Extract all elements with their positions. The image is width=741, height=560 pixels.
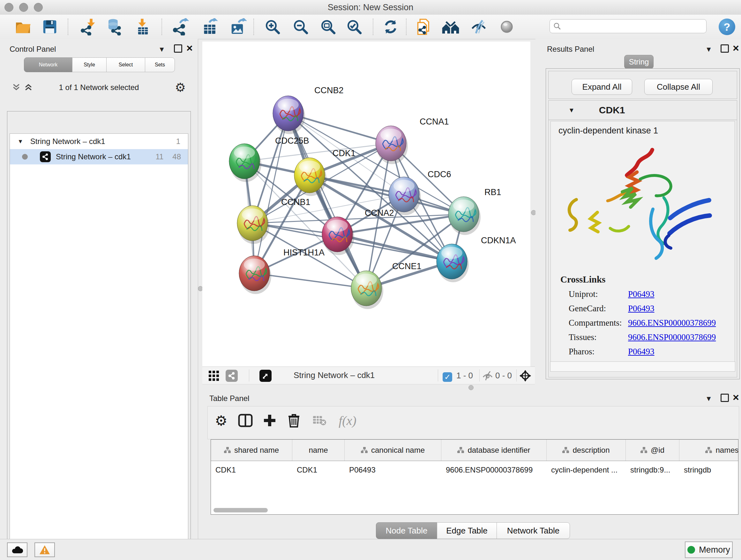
- fit-selected-button[interactable]: [519, 369, 532, 382]
- column-header-description[interactable]: description: [547, 440, 626, 461]
- column-header-canonical-name[interactable]: canonical name: [345, 440, 441, 461]
- documents-share-icon: [415, 18, 432, 36]
- network-row-selected[interactable]: String Network – cdk1 11 48: [10, 149, 188, 165]
- column-header-namespace[interactable]: namespace: [679, 440, 738, 461]
- zoom-in-icon: [264, 18, 281, 35]
- panel-menu-icon[interactable]: ▼: [705, 46, 712, 53]
- help-button[interactable]: ?: [719, 18, 735, 35]
- tab-select[interactable]: Select: [106, 57, 145, 72]
- column-label: namespace: [716, 446, 738, 455]
- show-column-button[interactable]: [237, 412, 254, 429]
- table-horizontal-scrollbar[interactable]: [213, 508, 268, 512]
- column-header-name[interactable]: name: [292, 440, 345, 461]
- tab-edge-table[interactable]: Edge Table: [437, 522, 497, 539]
- edge-CCNA2-CDKN1A[interactable]: [337, 234, 452, 261]
- import-table-button[interactable]: [134, 18, 152, 36]
- crosslink-label: GeneCard:: [569, 304, 628, 314]
- graphics-details-button[interactable]: [498, 18, 516, 36]
- tab-sets[interactable]: Sets: [145, 57, 175, 72]
- float-panel-icon[interactable]: [721, 44, 729, 53]
- node-label-CCNA1: CCNA1: [420, 117, 449, 126]
- import-network-database-button[interactable]: [105, 18, 123, 36]
- function-builder-button[interactable]: f(x): [335, 412, 360, 429]
- node-label-CDC25B: CDC25B: [275, 136, 309, 145]
- crosslink-row: Tissues:9606.ENSP00000378699: [569, 332, 735, 342]
- collapse-triangle-icon[interactable]: ▼: [17, 138, 23, 145]
- network-graph: CCNB2CCNA1CDC25BCDK1CDC6RB1CCNB1CCNA2HIS…: [202, 42, 530, 367]
- import-network-file-button[interactable]: [80, 18, 98, 36]
- crosslink-value[interactable]: P06493: [628, 304, 655, 314]
- table-settings-gear-icon[interactable]: ⚙: [212, 412, 230, 429]
- close-panel-icon[interactable]: ×: [733, 394, 739, 400]
- column-header-shared-name[interactable]: shared name: [211, 440, 292, 461]
- memory-status-dot: [687, 546, 695, 554]
- zoom-in-button[interactable]: [264, 18, 281, 36]
- gene-section-header[interactable]: ▼ CDK1: [549, 101, 737, 120]
- network-canvas[interactable]: CCNB2CCNA1CDC25BCDK1CDC6RB1CCNB1CCNA2HIS…: [202, 42, 530, 367]
- delete-table-button[interactable]: [311, 412, 328, 429]
- collapse-all-button[interactable]: Collapse All: [644, 79, 713, 95]
- column-label: shared name: [234, 446, 279, 455]
- column-label: @id: [651, 446, 664, 455]
- warning-status-button[interactable]: [35, 543, 55, 557]
- zoom-selected-button[interactable]: [345, 18, 363, 36]
- save-session-button[interactable]: [41, 18, 59, 36]
- tab-string[interactable]: String: [624, 55, 654, 69]
- float-panel-icon[interactable]: [721, 394, 729, 402]
- hidden-toggle[interactable]: [481, 369, 494, 382]
- network-collection-row[interactable]: ▼ String Network – cdk1 1: [10, 134, 188, 149]
- selected-checkbox[interactable]: ✓: [441, 371, 454, 383]
- column-header-database-identifier[interactable]: database identifier: [441, 440, 547, 461]
- tab-node-table[interactable]: Node Table: [376, 522, 437, 539]
- hide-selected-button[interactable]: [470, 18, 488, 36]
- column-header-@id[interactable]: @id: [626, 440, 679, 461]
- collapse-triangle-icon[interactable]: ▼: [568, 107, 575, 114]
- cloud-status-button[interactable]: [7, 543, 27, 557]
- goto-network-button[interactable]: [259, 369, 272, 382]
- crosslink-value[interactable]: 9606.ENSP00000378699: [628, 332, 716, 342]
- export-network-icon: [172, 18, 189, 36]
- add-column-button[interactable]: [261, 412, 279, 429]
- table-toolbar: ⚙ f(x): [207, 406, 739, 439]
- zoom-fit-icon: [320, 18, 336, 35]
- tab-style[interactable]: Style: [72, 57, 107, 72]
- tab-network-table[interactable]: Network Table: [496, 522, 570, 539]
- table-cell: P06493: [345, 465, 441, 475]
- close-panel-icon[interactable]: ×: [733, 45, 739, 51]
- search-input[interactable]: [564, 21, 702, 31]
- float-panel-icon[interactable]: [174, 44, 182, 53]
- table-cell: cyclin-dependent ...: [547, 465, 626, 475]
- control-panel: Control Panel ▼ × Network Style Select S…: [0, 39, 198, 539]
- string-network-icon: [40, 151, 51, 162]
- crosslink-label: Compartments:: [569, 318, 628, 328]
- horizontal-splitter-handle[interactable]: [468, 385, 474, 390]
- zoom-out-button[interactable]: [292, 18, 310, 36]
- apply-layout-button[interactable]: [382, 18, 400, 36]
- columns-icon: [238, 414, 253, 427]
- export-network-button[interactable]: [172, 18, 190, 36]
- crosslink-value[interactable]: 9606.ENSP00000378699: [628, 318, 716, 328]
- node-label-CCNB1: CCNB1: [281, 197, 311, 207]
- tab-network[interactable]: Network: [24, 57, 72, 72]
- zoom-fit-button[interactable]: [319, 18, 337, 36]
- panel-menu-icon[interactable]: ▼: [158, 46, 165, 53]
- network-view-toolbar: String Network – cdk1 ✓ 1 - 0 0 - 0: [202, 367, 535, 384]
- first-neighbors-button[interactable]: [442, 18, 460, 36]
- export-table-button[interactable]: [201, 18, 219, 36]
- open-session-button[interactable]: [14, 18, 32, 36]
- delete-column-button[interactable]: [285, 412, 303, 429]
- results-horizontal-scrollbar[interactable]: [550, 361, 735, 372]
- network-name: String Network – cdk1: [56, 152, 131, 161]
- birds-eye-view-button[interactable]: [207, 369, 220, 382]
- network-options-gear-icon[interactable]: ⚙: [175, 80, 186, 95]
- duplicate-page-button[interactable]: [415, 18, 433, 36]
- string-style-button[interactable]: [225, 369, 238, 382]
- close-panel-icon[interactable]: ×: [186, 45, 193, 51]
- panel-menu-icon[interactable]: ▼: [705, 395, 712, 402]
- export-image-button[interactable]: [229, 18, 247, 36]
- table-row[interactable]: CDK1CDK1P064939606.ENSP00000378699cyclin…: [211, 461, 738, 479]
- crosslink-value[interactable]: P06493: [628, 289, 655, 299]
- memory-button[interactable]: Memory: [685, 542, 733, 558]
- crosslink-value[interactable]: P06493: [628, 347, 655, 357]
- expand-all-button[interactable]: Expand All: [571, 79, 632, 95]
